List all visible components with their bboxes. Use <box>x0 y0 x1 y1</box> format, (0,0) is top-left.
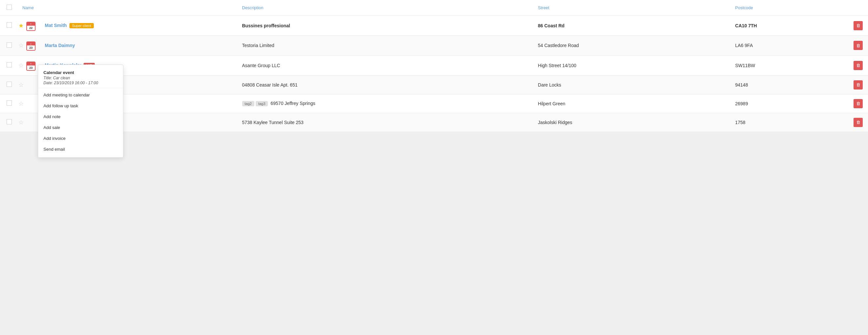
delete-button[interactable]: 🗑 <box>854 118 863 127</box>
contact-description: Asante Group LLC <box>237 56 533 76</box>
contact-description: 5738 Kaylee Tunnel Suite 253 <box>237 113 533 132</box>
contact-postcode: 1758 <box>730 113 848 132</box>
contact-postcode: 26989 <box>730 94 848 113</box>
contacts-table: Name Description Street Postcode ★ ▪ 22 … <box>0 0 868 132</box>
popup-action-item[interactable]: Add sale <box>38 122 123 133</box>
popup-header: Calendar event Title: Car clean Date: 23… <box>38 69 123 88</box>
description-header: Description <box>237 0 533 16</box>
select-all-checkbox[interactable] <box>7 5 12 10</box>
table-row: ★ ▪ 22 Mat SmithSuper clientBussines pro… <box>0 16 868 36</box>
star-empty-icon[interactable]: ☆ <box>19 42 24 49</box>
contact-postcode: 94148 <box>730 75 848 94</box>
star-icon[interactable]: ★ <box>19 22 24 29</box>
calendar-icon[interactable]: ▪ 22 <box>26 22 35 31</box>
contact-description: Testoria Limited <box>237 35 533 56</box>
postcode-header: Postcode <box>730 0 848 16</box>
contact-street: Hilpert Green <box>533 94 730 113</box>
contact-description: tag2tag3 69570 Jeffrey Springs <box>237 94 533 113</box>
contact-name[interactable]: Marta Daimny <box>45 43 75 48</box>
table-header-row: Name Description Street Postcode <box>0 0 868 16</box>
contact-tag: tag2 <box>242 101 254 106</box>
contact-tag: tag3 <box>256 101 268 106</box>
row-checkbox[interactable] <box>7 119 12 124</box>
contact-description: Bussines proffesional <box>237 16 533 36</box>
row-checkbox[interactable] <box>7 62 12 67</box>
delete-button[interactable]: 🗑 <box>854 80 863 90</box>
popup-action-item[interactable]: Send email <box>38 144 123 155</box>
contact-badge: Super client <box>69 23 94 28</box>
actions-header <box>848 0 868 16</box>
star-empty-icon[interactable]: ☆ <box>19 82 24 88</box>
calendar-icon[interactable]: ▪ 23 <box>26 62 35 71</box>
row-checkbox[interactable] <box>7 42 12 48</box>
row-checkbox[interactable] <box>7 100 12 105</box>
contact-street: 86 Coast Rd <box>533 16 730 36</box>
contact-street: Jaskolski Ridges <box>533 113 730 132</box>
lower-area <box>0 132 868 214</box>
delete-button[interactable]: 🗑 <box>854 61 863 70</box>
table-row: ☆5738 Kaylee Tunnel Suite 253Jaskolski R… <box>0 113 868 132</box>
no-calendar <box>26 99 35 108</box>
popup-action-item[interactable]: Add note <box>38 111 123 122</box>
popup-date-label: Date: 23/10/2019 16:00 - 17:00 <box>43 81 118 85</box>
contact-description: 04808 Ceasar Isle Apt. 651 <box>237 75 533 94</box>
select-all-header[interactable] <box>0 0 17 16</box>
contact-street: High Street 14/100 <box>533 56 730 76</box>
calendar-icon[interactable]: ▪ 23 <box>26 41 35 51</box>
popup-action-item[interactable]: Add meeting to calendar <box>38 90 123 100</box>
star-empty-icon[interactable]: ☆ <box>19 62 24 69</box>
popup-title: Calendar event <box>43 70 118 75</box>
star-empty-icon[interactable]: ☆ <box>19 100 24 107</box>
contact-postcode: LA6 9FA <box>730 35 848 56</box>
street-header: Street <box>533 0 730 16</box>
contact-postcode: SW11BW <box>730 56 848 76</box>
contact-postcode: CA10 7TH <box>730 16 848 36</box>
calendar-event-popup: Calendar event Title: Car clean Date: 23… <box>38 64 123 158</box>
contact-street: 54 Castledore Road <box>533 35 730 56</box>
popup-action-item[interactable]: Add invoice <box>38 133 123 144</box>
no-calendar <box>26 80 35 90</box>
star-empty-icon[interactable]: ☆ <box>19 119 24 126</box>
delete-button[interactable]: 🗑 <box>854 41 863 50</box>
delete-button[interactable]: 🗑 <box>854 99 863 108</box>
table-row: ☆tag2tag3 69570 Jeffrey SpringsHilpert G… <box>0 94 868 113</box>
popup-title-label: Title: Car clean <box>43 76 118 80</box>
contact-street: Dare Locks <box>533 75 730 94</box>
no-calendar <box>26 118 35 127</box>
delete-button[interactable]: 🗑 <box>854 21 863 30</box>
table-row: ☆04808 Ceasar Isle Apt. 651Dare Locks941… <box>0 75 868 94</box>
contacts-table-container: Name Description Street Postcode ★ ▪ 22 … <box>0 0 868 132</box>
table-row: ☆ ▪ 23 Marta DaimnyTestoria Limited54 Ca… <box>0 35 868 56</box>
name-header: Name <box>17 0 237 16</box>
table-row: ☆ ▪ 23 Martin KowalskyVIPAsante Group LL… <box>0 56 868 76</box>
row-checkbox[interactable] <box>7 22 12 28</box>
row-checkbox[interactable] <box>7 82 12 87</box>
popup-action-item[interactable]: Add follow up task <box>38 100 123 111</box>
contact-name[interactable]: Mat Smith <box>45 23 67 28</box>
